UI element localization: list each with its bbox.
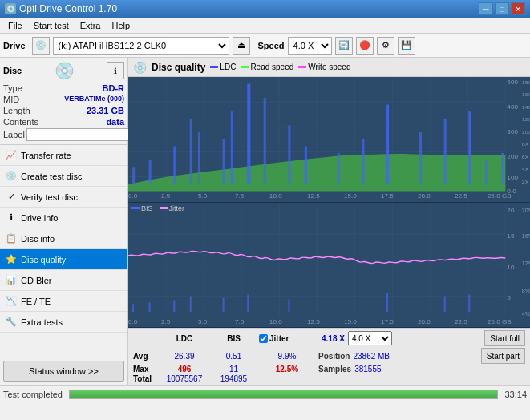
contents-label: Contents [3, 117, 38, 127]
svg-rect-29 [419, 132, 422, 184]
speed-select-stats[interactable]: 4.0 X [348, 331, 392, 345]
disc-info-icon: 📋 [5, 232, 18, 245]
svg-text:16%: 16% [522, 232, 530, 238]
legend-ldc: LDC [210, 63, 236, 71]
maximize-button[interactable]: □ [495, 2, 509, 15]
samples-val: 381555 [354, 365, 381, 374]
bis-max: 11 [212, 365, 256, 374]
nav-label-cd-bler: CD Bler [21, 276, 52, 285]
svg-rect-26 [338, 153, 340, 184]
svg-rect-81 [386, 293, 388, 311]
drive-info-icon: ℹ [5, 212, 18, 224]
svg-text:10: 10 [507, 263, 515, 270]
disc-label-label: Label [3, 130, 25, 139]
svg-text:5.0: 5.0 [198, 193, 207, 200]
bis-legend-dot [131, 207, 140, 209]
svg-text:22.5: 22.5 [455, 317, 467, 325]
svg-rect-27 [362, 139, 364, 184]
svg-rect-16 [149, 160, 152, 184]
refresh-button[interactable]: 🔄 [335, 37, 353, 55]
menu-help[interactable]: Help [107, 19, 135, 32]
main-layout: Disc 💿 ℹ Type BD-R MID VERBATIMe (000) L… [0, 58, 530, 385]
menu-start-test[interactable]: Start test [29, 19, 74, 32]
burn-button[interactable]: 🔴 [356, 37, 374, 55]
sidebar-item-create-test-disc[interactable]: 💿 Create test disc [0, 166, 127, 187]
progress-bar-container [69, 390, 498, 399]
svg-text:7.5: 7.5 [235, 193, 244, 200]
sidebar-item-disc-info[interactable]: 📋 Disc info [0, 228, 127, 249]
drive-select[interactable]: (k:) ATAPI iHBS112 2 CLK0 [53, 37, 229, 55]
chart-top: 0.0 2.5 5.0 7.5 10.0 12.5 15.0 17.5 20.0… [128, 77, 530, 203]
speed-select-top[interactable]: 4.0 X [288, 37, 332, 55]
svg-text:15.0: 15.0 [344, 317, 357, 325]
svg-text:18X: 18X [522, 79, 530, 84]
nav-label-transfer-rate: Transfer rate [21, 151, 71, 160]
disc-panel: Disc 💿 ℹ Type BD-R MID VERBATIMe (000) L… [0, 58, 127, 145]
svg-rect-22 [247, 84, 250, 184]
svg-text:20.0: 20.0 [418, 317, 431, 325]
svg-rect-80 [288, 299, 289, 312]
sidebar-item-cd-bler[interactable]: 📊 CD Bler [0, 270, 127, 291]
status-window-btn[interactable]: Status window >> [3, 361, 124, 382]
save-button[interactable]: 💾 [398, 37, 415, 55]
svg-text:12.5: 12.5 [307, 317, 320, 325]
chart-header: 💿 Disc quality LDC Read speed Write spee… [128, 58, 530, 77]
extra-tests-icon: 🔧 [5, 316, 18, 329]
disc-cd-icon: 💿 [55, 61, 75, 80]
svg-rect-78 [223, 297, 225, 311]
sidebar-item-disc-quality[interactable]: ⭐ Disc quality [0, 249, 127, 270]
chart-title: Disc quality [152, 62, 205, 73]
svg-rect-15 [132, 167, 135, 184]
ldc-total: 10075567 [160, 374, 208, 383]
disc-info-btn[interactable]: ℹ [107, 62, 124, 79]
jitter-avg: 9.9% [259, 352, 315, 361]
svg-text:0.0: 0.0 [128, 317, 138, 325]
status-text: Test completed [3, 390, 63, 399]
position-label: Position [318, 352, 350, 361]
start-part-button[interactable]: Start part [481, 348, 525, 364]
sidebar-item-extra-tests[interactable]: 🔧 Extra tests [0, 312, 127, 333]
nav-label-extra-tests: Extra tests [21, 317, 63, 327]
label-input[interactable] [26, 128, 130, 141]
progress-bar-fill [70, 390, 497, 398]
svg-rect-19 [198, 132, 200, 184]
write-speed-legend-dot [298, 66, 306, 68]
close-button[interactable]: ✕ [511, 2, 525, 15]
settings-button[interactable]: ⚙ [377, 37, 394, 55]
svg-rect-23 [264, 98, 266, 184]
jitter-checkbox[interactable] [259, 334, 268, 343]
menu-file[interactable]: File [3, 19, 27, 32]
svg-rect-30 [444, 119, 447, 184]
svg-text:20%: 20% [522, 207, 530, 212]
svg-rect-28 [386, 105, 389, 184]
svg-text:20.0: 20.0 [418, 193, 431, 200]
contents-value: data [106, 117, 124, 127]
svg-text:15: 15 [507, 232, 515, 239]
eject-button[interactable]: ⏏ [233, 37, 250, 55]
menu-extra[interactable]: Extra [75, 19, 106, 32]
verify-test-disc-icon: ✓ [5, 191, 18, 204]
sidebar-item-drive-info[interactable]: ℹ Drive info [0, 208, 127, 228]
disc-quality-icon: ⭐ [5, 253, 18, 266]
minimize-button[interactable]: ─ [479, 2, 493, 15]
svg-text:4%: 4% [522, 311, 530, 317]
svg-rect-24 [288, 125, 290, 184]
svg-rect-83 [468, 294, 470, 311]
svg-text:10.0: 10.0 [269, 317, 282, 325]
svg-rect-20 [223, 139, 225, 184]
legend-jitter: Jitter [160, 204, 185, 212]
drive-icon-btn[interactable]: 💿 [32, 37, 50, 55]
bis-total: 194895 [212, 374, 256, 383]
svg-text:8%: 8% [522, 287, 530, 293]
charts-split: 0.0 2.5 5.0 7.5 10.0 12.5 15.0 17.5 20.0… [128, 77, 530, 328]
start-full-button[interactable]: Start full [484, 330, 525, 346]
svg-rect-79 [247, 294, 249, 311]
svg-text:2.5: 2.5 [161, 317, 171, 325]
svg-text:5: 5 [507, 294, 511, 301]
svg-text:14X: 14X [522, 104, 530, 109]
svg-rect-82 [444, 296, 446, 311]
samples-label: Samples [318, 365, 351, 374]
sidebar-item-fe-te[interactable]: 📉 FE / TE [0, 291, 127, 312]
sidebar-item-verify-test-disc[interactable]: ✓ Verify test disc [0, 187, 127, 208]
sidebar-item-transfer-rate[interactable]: 📈 Transfer rate [0, 145, 127, 166]
